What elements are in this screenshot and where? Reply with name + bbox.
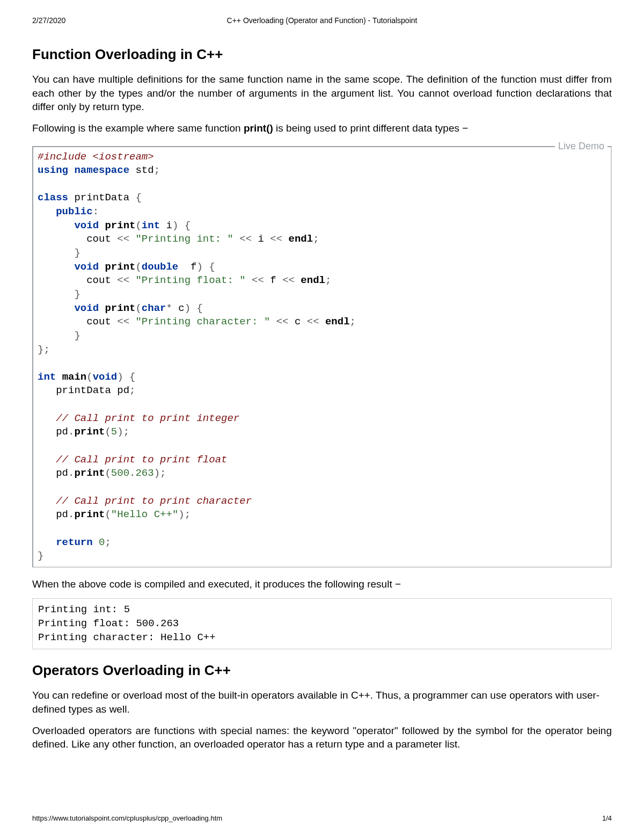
code-listing-1: #include <iostream> using namespace std;… [32, 146, 612, 568]
tok-num: 500.263 [111, 467, 154, 479]
tok-id: std [135, 164, 153, 176]
tok-kw: void [74, 302, 99, 314]
tok-num: 0 [99, 536, 105, 548]
tok-kw: class [38, 192, 68, 204]
tok-id: i [166, 220, 172, 231]
tok-id: pd [56, 509, 68, 520]
heading-function-overloading: Function Overloading in C++ [32, 46, 612, 63]
tok-id: c [295, 316, 301, 328]
tok-id: cout [86, 316, 111, 328]
tok-id: f [191, 261, 196, 273]
tok-fn: main [62, 371, 87, 383]
tok-preproc: #include [38, 151, 86, 163]
footer-url: https://www.tutorialspoint.com/cplusplus… [32, 814, 222, 822]
tok-kw: void [74, 261, 99, 273]
para-example-b: is being used to print different data ty… [273, 122, 469, 134]
tok-fn: print [74, 509, 105, 520]
print-header: 2/27/2020 C++ Overloading (Operator and … [32, 16, 612, 25]
tok-id: c [178, 302, 184, 314]
tok-kw: using [38, 164, 68, 176]
live-demo-link[interactable]: Live Demo [555, 141, 608, 152]
para-intro-func-overload: You can have multiple definitions for th… [32, 72, 612, 114]
tok-id: endl [325, 316, 350, 328]
footer-page: 1/4 [602, 814, 612, 822]
tok-str: "Printing int: " [135, 233, 233, 245]
tok-fn: print [74, 426, 105, 438]
tok-id: endl [289, 233, 313, 245]
tok-str: "Printing float: " [135, 274, 245, 286]
tok-id: cout [86, 233, 111, 245]
tok-str: "Hello C++" [111, 509, 178, 520]
output-block: Printing int: 5 Printing float: 500.263 … [32, 598, 612, 649]
code-inline-print: print() [244, 122, 273, 134]
tok-fn: print [74, 467, 105, 479]
tok-kw: int [38, 371, 56, 383]
tok-header: <iostream> [86, 151, 153, 163]
heading-operator-overloading: Operators Overloading in C++ [32, 662, 612, 679]
para-result-intro: When the above code is compiled and exec… [32, 577, 612, 591]
header-date: 2/27/2020 [32, 16, 65, 25]
tok-id: cout [86, 274, 111, 286]
tok-str: "Printing character: " [135, 316, 270, 328]
tok-id: endl [301, 274, 325, 286]
para-example-a: Following is the example where same func… [32, 122, 244, 134]
tok-id: pd [56, 467, 68, 479]
tok-kw: char [142, 302, 166, 314]
tok-comment: // Call print to print integer [56, 412, 239, 424]
header-title: C++ Overloading (Operator and Function) … [227, 16, 418, 25]
tok-id: f [270, 274, 276, 286]
para-op-overload-1: You can redefine or overload most of the… [32, 688, 612, 716]
tok-comment: // Call print to print character [56, 495, 252, 507]
tok-id: pd [56, 426, 68, 438]
para-example-intro: Following is the example where same func… [32, 121, 612, 135]
tok-id: printData [74, 192, 129, 204]
tok-num: 5 [111, 426, 117, 438]
tok-kw: void [93, 371, 118, 383]
tok-kw: double [142, 261, 178, 273]
tok-fn: print [105, 261, 135, 273]
tok-kw: return [56, 536, 92, 548]
print-footer: https://www.tutorialspoint.com/cplusplus… [32, 814, 612, 822]
tok-kw: int [142, 220, 160, 231]
tok-id: printData pd [56, 385, 129, 396]
tok-kw: namespace [74, 164, 129, 176]
tok-kw: public [56, 206, 92, 217]
tok-id: i [258, 233, 264, 245]
page: 2/27/2020 C++ Overloading (Operator and … [0, 0, 644, 834]
code-block-function-overload: Live Demo #include <iostream> using name… [32, 146, 612, 568]
tok-kw: void [74, 220, 99, 231]
tok-fn: print [105, 220, 135, 231]
tok-fn: print [105, 302, 135, 314]
para-op-overload-2: Overloaded operators are functions with … [32, 724, 612, 751]
tok-comment: // Call print to print float [56, 454, 227, 466]
